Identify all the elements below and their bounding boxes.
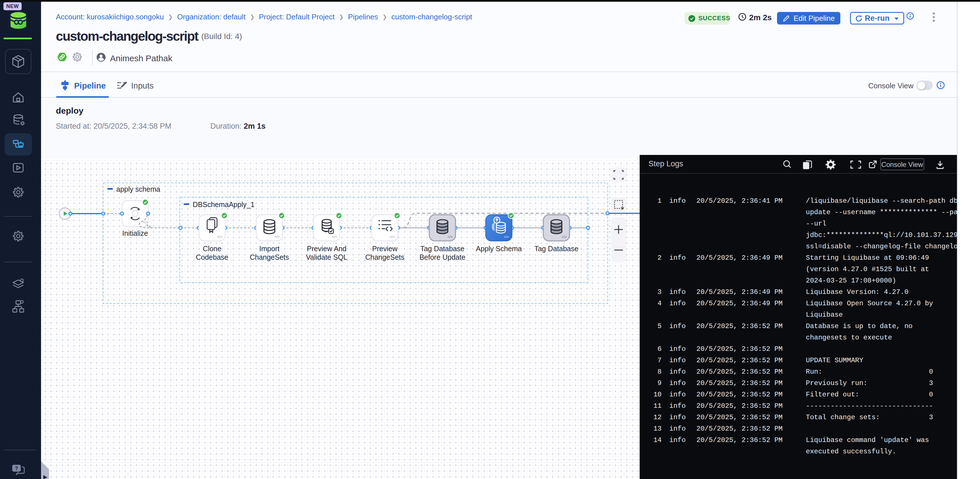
svg-text:Preview: Preview bbox=[372, 244, 398, 252]
svg-text:Clone: Clone bbox=[203, 244, 221, 252]
svg-text:Codebase: Codebase bbox=[196, 253, 228, 261]
svg-text:DBSchemaApply_1: DBSchemaApply_1 bbox=[193, 200, 255, 208]
svg-text:</>: </> bbox=[143, 220, 148, 224]
svg-text:</>: </> bbox=[447, 235, 453, 239]
svg-text:Validate SQL: Validate SQL bbox=[306, 253, 347, 261]
svg-text:ChangeSets: ChangeSets bbox=[365, 253, 404, 261]
svg-text:ChangeSets: ChangeSets bbox=[250, 253, 289, 261]
svg-text:Tag Database: Tag Database bbox=[535, 244, 578, 252]
svg-text:Preview And: Preview And bbox=[307, 244, 347, 252]
svg-text:</>: </> bbox=[217, 235, 222, 239]
svg-text:Initialize: Initialize bbox=[122, 229, 148, 237]
svg-text:Apply Schema: Apply Schema bbox=[476, 244, 522, 252]
svg-text:Import: Import bbox=[259, 244, 280, 252]
svg-text:</>: </> bbox=[504, 235, 509, 239]
svg-text:?: ? bbox=[15, 466, 18, 471]
svg-text:</>: </> bbox=[332, 235, 337, 239]
svg-text:Before Update: Before Update bbox=[419, 253, 465, 261]
svg-text:</>: </> bbox=[562, 235, 567, 239]
svg-text:</>: </> bbox=[390, 235, 395, 239]
svg-text:Tag Database: Tag Database bbox=[420, 244, 465, 252]
svg-text:</>: </> bbox=[275, 235, 280, 239]
svg-text:apply schema: apply schema bbox=[116, 185, 160, 193]
